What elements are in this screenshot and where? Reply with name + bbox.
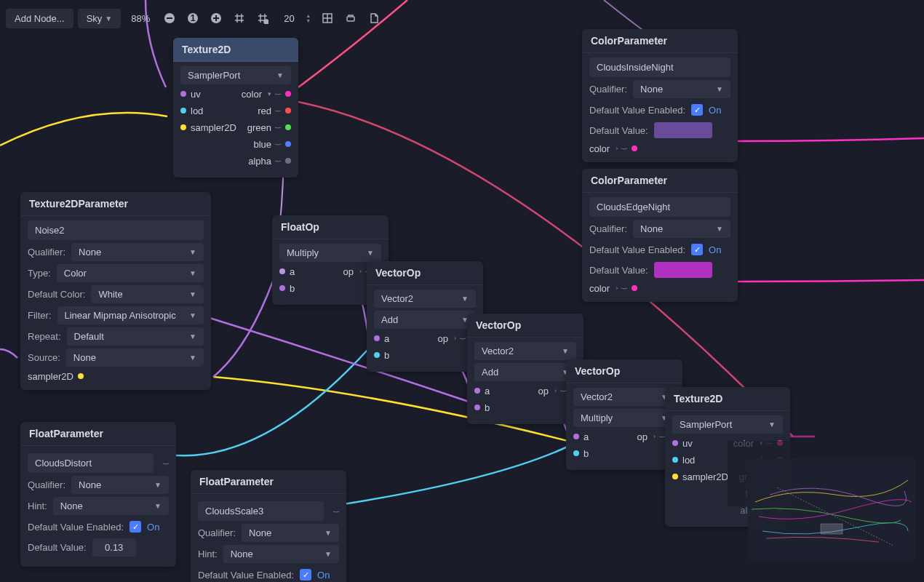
zoom-level: 88% (125, 11, 156, 26)
vectype-select[interactable]: Vector2▼ (374, 290, 476, 308)
port-green-out[interactable]: ⌣green (247, 121, 291, 134)
node-header[interactable]: ColorParameter (582, 169, 738, 193)
node-header[interactable]: VectorOp (467, 314, 584, 338)
source-select[interactable]: None▼ (66, 348, 204, 367)
snap-size-input[interactable]: 20▲▼ (276, 12, 314, 25)
sampler-select[interactable]: SamplerPort▼ (180, 66, 291, 84)
minimap[interactable] (748, 458, 915, 560)
port-color-out[interactable]: ⌣›color (589, 142, 730, 155)
sampler-select[interactable]: SamplerPort▼ (672, 415, 783, 434)
node-texture2d-parameter[interactable]: Texture2DParameter Qualifier:None▼ Type:… (20, 192, 211, 390)
port-color-out[interactable]: ⌣▾color (242, 87, 291, 100)
repeat-select[interactable]: Default▼ (67, 327, 204, 346)
file-icon[interactable] (365, 9, 383, 28)
op-select[interactable]: Add▼ (474, 363, 576, 381)
preview-icon[interactable]: ⌣ (332, 507, 340, 516)
tool-icon[interactable] (341, 9, 360, 28)
port-sampler2d-out[interactable]: sampler2D (28, 370, 204, 383)
port-uv-in[interactable]: uv (180, 87, 236, 100)
defval-input[interactable] (92, 538, 136, 557)
port-alpha-out[interactable]: ⌣alpha (248, 154, 291, 167)
port-color-out[interactable]: ⌣›color (589, 282, 730, 295)
layout-icon[interactable] (318, 9, 337, 28)
color-swatch[interactable] (654, 262, 712, 278)
port-dot (285, 141, 291, 147)
param-name-input[interactable] (28, 453, 154, 473)
svg-rect-9 (347, 17, 354, 21)
node-header[interactable]: Texture2DParameter (20, 192, 211, 216)
qualifier-label: Qualifier: (198, 527, 236, 538)
param-name-input[interactable] (589, 57, 730, 77)
param-name-input[interactable] (198, 501, 324, 521)
node-colorparameter-1[interactable]: ColorParameter Qualifier:None▼ Default V… (582, 29, 738, 162)
hint-select[interactable]: None▼ (53, 497, 169, 515)
defenabled-checkbox[interactable]: ✓ (130, 521, 141, 533)
qualifier-label: Qualifier: (589, 84, 627, 95)
grid-snap-icon[interactable] (230, 9, 249, 28)
preview-icon: ⌣ (274, 123, 282, 132)
add-node-button[interactable]: Add Node... (6, 9, 73, 28)
port-a-in[interactable]: a (279, 265, 295, 278)
node-header[interactable]: Texture2D (173, 38, 298, 62)
port-b-in[interactable]: b (474, 401, 490, 414)
param-name-input[interactable] (28, 220, 204, 240)
filter-select[interactable]: Linear Mipmap Anisotropic▼ (57, 306, 204, 324)
hint-select[interactable]: None▼ (223, 545, 339, 563)
port-dot (78, 373, 84, 379)
port-blue-out[interactable]: ⌣blue (253, 137, 291, 151)
qualifier-select[interactable]: None▼ (71, 243, 204, 261)
zoom-in-icon[interactable] (207, 9, 226, 28)
vectype-select[interactable]: Vector2▼ (474, 342, 576, 360)
chevron-right-icon: › (359, 268, 362, 275)
node-floatparameter-1[interactable]: FloatParameter ⌣ Qualifier:None▼ Hint:No… (20, 422, 176, 567)
stepper-arrows-icon[interactable]: ▲▼ (306, 13, 311, 23)
port-a-in[interactable]: a (474, 384, 490, 397)
node-colorparameter-2[interactable]: ColorParameter Qualifier:None▼ Default V… (582, 169, 738, 302)
port-uv-in[interactable]: uv (672, 436, 728, 450)
port-lod-in[interactable]: lod (672, 453, 728, 466)
node-header[interactable]: VectorOp (367, 261, 483, 285)
chevron-down-icon: ▼ (189, 248, 196, 256)
qualifier-select[interactable]: None▼ (71, 476, 169, 494)
port-a-in[interactable]: a (374, 332, 389, 345)
port-b-in[interactable]: b (279, 282, 295, 295)
node-header[interactable]: FloatOp (272, 215, 389, 239)
defenabled-checkbox[interactable]: ✓ (691, 104, 703, 116)
node-header[interactable]: Texture2D (665, 387, 790, 411)
node-header[interactable]: FloatParameter (191, 470, 346, 494)
preview-icon[interactable]: ⌣ (162, 459, 170, 468)
port-dot (279, 268, 285, 274)
zoom-reset-icon[interactable]: 1 (183, 9, 202, 28)
node-header[interactable]: FloatParameter (20, 422, 176, 446)
qualifier-select[interactable]: None▼ (633, 80, 730, 98)
grid-config-icon[interactable] (253, 9, 272, 28)
port-b-in[interactable]: b (573, 447, 589, 460)
type-select[interactable]: Color▼ (57, 264, 204, 282)
port-lod-in[interactable]: lod (180, 104, 236, 117)
op-select[interactable]: Add▼ (374, 311, 476, 329)
zoom-out-icon[interactable] (160, 9, 179, 28)
defenabled-checkbox[interactable]: ✓ (300, 569, 311, 581)
node-header[interactable]: VectorOp (566, 359, 682, 383)
material-select[interactable]: Sky▼ (78, 9, 122, 28)
defenabled-label: Default Value Enabled: (589, 244, 685, 255)
defenabled-checkbox[interactable]: ✓ (691, 244, 703, 255)
port-sampler2d-in[interactable]: sampler2D (180, 121, 236, 134)
defcolor-select[interactable]: White▼ (91, 285, 204, 303)
vectype-select[interactable]: Vector2▼ (573, 388, 675, 406)
op-select[interactable]: Multiply▼ (573, 409, 675, 427)
color-swatch[interactable] (654, 122, 712, 138)
node-texture2d-1[interactable]: Texture2D SamplerPort▼ uv lod sampler2D … (173, 38, 298, 178)
node-vectorop-1[interactable]: VectorOp Vector2▼ Add▼ a b ⌣›op (367, 261, 483, 372)
port-color-out[interactable]: ⌣▾color (733, 436, 783, 450)
port-sampler2d-in[interactable]: sampler2D (672, 470, 728, 483)
node-header[interactable]: ColorParameter (582, 29, 738, 53)
port-b-in[interactable]: b (374, 348, 389, 362)
port-a-in[interactable]: a (573, 430, 589, 443)
param-name-input[interactable] (589, 197, 730, 217)
node-floatparameter-2[interactable]: FloatParameter ⌣ Qualifier:None▼ Hint:No… (191, 470, 346, 582)
qualifier-select[interactable]: None▼ (633, 220, 730, 238)
qualifier-select[interactable]: None▼ (242, 524, 339, 542)
op-select[interactable]: Multiply▼ (279, 244, 381, 262)
port-red-out[interactable]: ⌣red (258, 104, 291, 117)
